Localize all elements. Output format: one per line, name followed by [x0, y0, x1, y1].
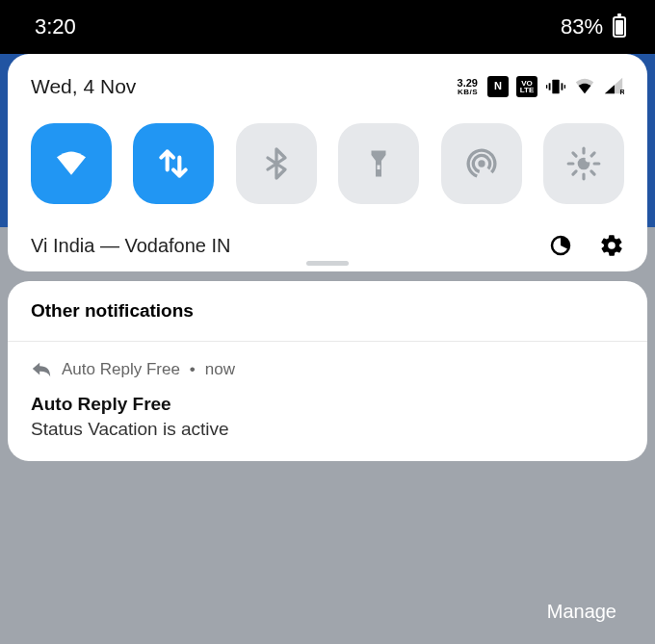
mobile-data-toggle[interactable]	[133, 123, 214, 204]
data-saver-icon[interactable]	[549, 234, 572, 257]
wifi-toggle[interactable]	[31, 123, 112, 204]
flashlight-toggle[interactable]	[338, 123, 419, 204]
svg-text:R: R	[619, 88, 624, 96]
wifi-icon	[52, 144, 91, 183]
svg-rect-0	[552, 80, 559, 94]
svg-rect-3	[546, 85, 547, 89]
notification-title: Auto Reply Free	[31, 394, 624, 415]
manage-button[interactable]: Manage	[547, 601, 616, 623]
data-speed-indicator: 3.29 KB/S	[458, 78, 478, 96]
bluetooth-toggle[interactable]	[236, 123, 317, 204]
volte-icon: VO LTE	[516, 76, 537, 97]
clock: 3:20	[35, 14, 76, 39]
manage-bar: Manage	[0, 586, 655, 644]
svg-point-19	[586, 156, 591, 162]
quick-settings-footer: Vi India — Vodafone IN	[31, 233, 624, 271]
notification-group-title: Other notifications	[8, 281, 647, 342]
notification-app-name: Auto Reply Free	[62, 360, 180, 379]
toggle-row	[31, 123, 624, 204]
svg-line-18	[591, 153, 594, 156]
data-speed-unit: KB/S	[458, 89, 478, 96]
svg-point-7	[478, 160, 485, 167]
notification-text: Status Vacation is active	[31, 419, 624, 440]
svg-rect-4	[564, 85, 565, 89]
svg-line-16	[591, 171, 594, 174]
svg-line-15	[573, 153, 576, 156]
notification-card[interactable]: Other notifications Auto Reply Free • no…	[8, 281, 647, 461]
data-speed-value: 3.29	[458, 78, 478, 89]
wifi-signal-icon	[574, 76, 595, 97]
notification-body: Auto Reply Free • now Auto Reply Free St…	[8, 342, 647, 461]
hotspot-toggle[interactable]	[441, 123, 522, 204]
carrier-label[interactable]: Vi India — Vodafone IN	[31, 235, 231, 257]
svg-rect-6	[378, 166, 380, 170]
svg-rect-1	[549, 83, 551, 90]
reply-icon	[31, 359, 52, 380]
date-label[interactable]: Wed, 4 Nov	[31, 75, 136, 98]
quick-settings-panel: Wed, 4 Nov 3.29 KB/S N VO LTE	[8, 54, 647, 271]
vibrate-icon	[545, 76, 566, 97]
battery-icon	[613, 16, 626, 38]
settings-icon[interactable]	[599, 233, 624, 258]
bluetooth-icon	[259, 146, 294, 181]
mobile-data-icon	[155, 145, 192, 182]
status-bar: 3:20 83%	[0, 0, 655, 54]
nfc-icon: N	[487, 76, 509, 97]
expand-handle[interactable]	[306, 261, 349, 266]
notification-time: now	[205, 360, 235, 379]
quick-settings-header: Wed, 4 Nov 3.29 KB/S N VO LTE	[31, 75, 624, 98]
flashlight-icon	[361, 146, 396, 181]
svg-rect-2	[562, 83, 563, 90]
brightness-toggle[interactable]	[543, 123, 624, 204]
status-right: 83%	[561, 14, 626, 39]
status-indicators: 3.29 KB/S N VO LTE R	[458, 76, 624, 97]
battery-percent: 83%	[561, 14, 603, 39]
notification-meta: Auto Reply Free • now	[31, 359, 624, 380]
notification-separator: •	[190, 360, 196, 379]
svg-line-17	[573, 171, 576, 174]
brightness-icon	[565, 145, 602, 182]
hotspot-icon	[462, 144, 501, 183]
cellular-signal-icon: R	[603, 76, 624, 97]
